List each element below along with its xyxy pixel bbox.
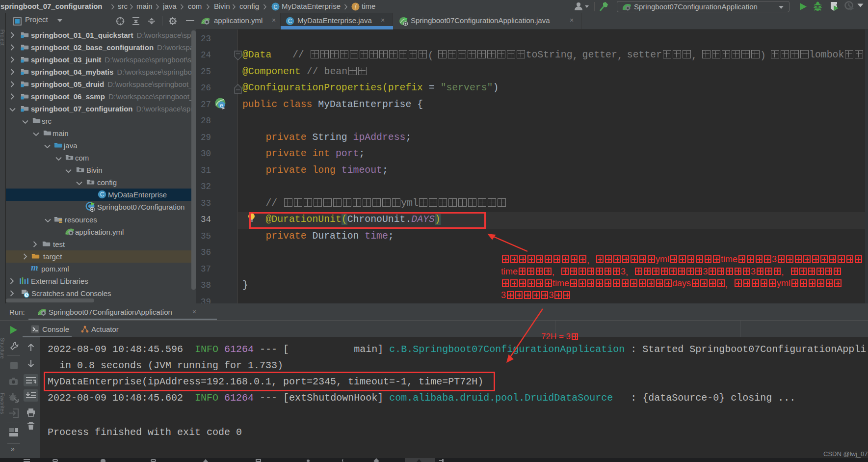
svg-text:C: C — [274, 4, 278, 10]
